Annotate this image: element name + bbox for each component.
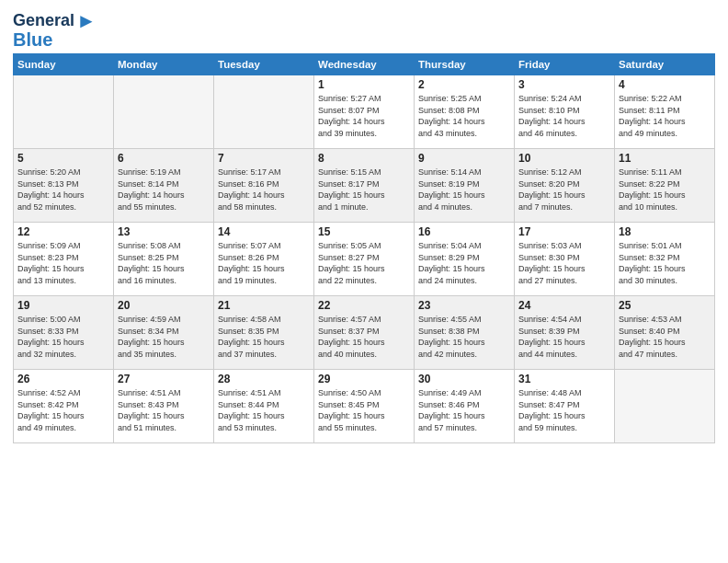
calendar-day-cell: 15Sunrise: 5:05 AMSunset: 8:27 PMDayligh… xyxy=(314,223,415,296)
day-info: Sunrise: 4:59 AMSunset: 8:34 PMDaylight:… xyxy=(118,314,210,360)
day-number: 12 xyxy=(17,225,109,238)
day-number: 6 xyxy=(118,152,210,165)
day-info: Sunrise: 5:17 AMSunset: 8:16 PMDaylight:… xyxy=(218,167,310,213)
calendar-day-cell: 28Sunrise: 4:51 AMSunset: 8:44 PMDayligh… xyxy=(214,370,314,443)
day-number: 17 xyxy=(518,225,610,238)
day-number: 29 xyxy=(318,373,410,385)
day-info: Sunrise: 5:04 AMSunset: 8:29 PMDaylight:… xyxy=(418,240,510,286)
day-number: 16 xyxy=(418,225,510,238)
day-number: 26 xyxy=(17,373,109,385)
day-info: Sunrise: 4:58 AMSunset: 8:35 PMDaylight:… xyxy=(218,314,310,360)
calendar-day-cell: 26Sunrise: 4:52 AMSunset: 8:42 PMDayligh… xyxy=(14,370,114,443)
calendar-day-cell: 23Sunrise: 4:55 AMSunset: 8:38 PMDayligh… xyxy=(415,296,515,370)
day-number: 30 xyxy=(418,373,510,385)
calendar-day-cell: 6Sunrise: 5:19 AMSunset: 8:14 PMDaylight… xyxy=(114,149,214,223)
calendar-day-cell: 3Sunrise: 5:24 AMSunset: 8:10 PMDaylight… xyxy=(515,75,615,149)
calendar-day-cell: 22Sunrise: 4:57 AMSunset: 8:37 PMDayligh… xyxy=(314,296,415,370)
day-info: Sunrise: 5:09 AMSunset: 8:23 PMDaylight:… xyxy=(17,240,109,286)
calendar-day-cell: 1Sunrise: 5:27 AMSunset: 8:07 PMDaylight… xyxy=(314,75,415,149)
day-number: 11 xyxy=(619,152,711,165)
calendar-table: SundayMondayTuesdayWednesdayThursdayFrid… xyxy=(13,53,715,443)
calendar-day-cell: 25Sunrise: 4:53 AMSunset: 8:40 PMDayligh… xyxy=(615,296,715,370)
calendar-day-cell: 27Sunrise: 4:51 AMSunset: 8:43 PMDayligh… xyxy=(114,370,214,443)
calendar-day-cell: 14Sunrise: 5:07 AMSunset: 8:26 PMDayligh… xyxy=(214,223,314,296)
day-info: Sunrise: 5:12 AMSunset: 8:20 PMDaylight:… xyxy=(518,167,610,213)
calendar-day-cell: 2Sunrise: 5:25 AMSunset: 8:08 PMDaylight… xyxy=(415,75,515,149)
day-number: 8 xyxy=(318,152,410,165)
day-of-week-header: Wednesday xyxy=(314,54,415,75)
day-info: Sunrise: 5:24 AMSunset: 8:10 PMDaylight:… xyxy=(518,93,610,139)
day-info: Sunrise: 5:03 AMSunset: 8:30 PMDaylight:… xyxy=(518,240,610,286)
logo: General ► Blue xyxy=(13,9,97,50)
calendar-week-row: 26Sunrise: 4:52 AMSunset: 8:42 PMDayligh… xyxy=(14,370,715,443)
day-info: Sunrise: 5:15 AMSunset: 8:17 PMDaylight:… xyxy=(318,167,410,213)
day-number: 19 xyxy=(17,299,109,312)
day-number: 31 xyxy=(518,373,610,385)
calendar-day-cell: 8Sunrise: 5:15 AMSunset: 8:17 PMDaylight… xyxy=(314,149,415,223)
day-info: Sunrise: 4:54 AMSunset: 8:39 PMDaylight:… xyxy=(518,314,610,360)
day-number: 25 xyxy=(619,299,711,312)
day-number: 21 xyxy=(218,299,310,312)
day-info: Sunrise: 4:55 AMSunset: 8:38 PMDaylight:… xyxy=(418,314,510,360)
day-number: 10 xyxy=(518,152,610,165)
calendar-day-cell: 16Sunrise: 5:04 AMSunset: 8:29 PMDayligh… xyxy=(415,223,515,296)
day-number: 20 xyxy=(118,299,210,312)
day-info: Sunrise: 5:19 AMSunset: 8:14 PMDaylight:… xyxy=(118,167,210,213)
calendar-day-cell: 29Sunrise: 4:50 AMSunset: 8:45 PMDayligh… xyxy=(314,370,415,443)
calendar-day-cell xyxy=(214,75,314,149)
day-info: Sunrise: 5:27 AMSunset: 8:07 PMDaylight:… xyxy=(318,93,410,139)
day-number: 18 xyxy=(619,225,711,238)
day-info: Sunrise: 4:51 AMSunset: 8:43 PMDaylight:… xyxy=(118,387,210,433)
day-info: Sunrise: 5:00 AMSunset: 8:33 PMDaylight:… xyxy=(17,314,109,360)
calendar-day-cell: 21Sunrise: 4:58 AMSunset: 8:35 PMDayligh… xyxy=(214,296,314,370)
day-info: Sunrise: 5:14 AMSunset: 8:19 PMDaylight:… xyxy=(418,167,510,213)
calendar-day-cell xyxy=(114,75,214,149)
day-info: Sunrise: 5:11 AMSunset: 8:22 PMDaylight:… xyxy=(619,167,711,213)
day-info: Sunrise: 4:51 AMSunset: 8:44 PMDaylight:… xyxy=(218,387,310,433)
calendar-day-cell: 24Sunrise: 4:54 AMSunset: 8:39 PMDayligh… xyxy=(515,296,615,370)
day-number: 7 xyxy=(218,152,310,165)
day-info: Sunrise: 5:07 AMSunset: 8:26 PMDaylight:… xyxy=(218,240,310,286)
day-info: Sunrise: 4:48 AMSunset: 8:47 PMDaylight:… xyxy=(518,387,610,433)
calendar-day-cell: 9Sunrise: 5:14 AMSunset: 8:19 PMDaylight… xyxy=(415,149,515,223)
calendar-day-cell: 4Sunrise: 5:22 AMSunset: 8:11 PMDaylight… xyxy=(615,75,715,149)
day-info: Sunrise: 5:01 AMSunset: 8:32 PMDaylight:… xyxy=(619,240,711,286)
day-number: 4 xyxy=(619,78,711,91)
page-container: General ► Blue SundayMondayTuesdayWednes… xyxy=(0,0,728,449)
day-of-week-header: Saturday xyxy=(615,54,715,75)
day-number: 23 xyxy=(418,299,510,312)
day-info: Sunrise: 4:49 AMSunset: 8:46 PMDaylight:… xyxy=(418,387,510,433)
day-number: 2 xyxy=(418,78,510,91)
day-number: 22 xyxy=(318,299,410,312)
day-number: 24 xyxy=(518,299,610,312)
day-number: 5 xyxy=(17,152,109,165)
calendar-day-cell: 19Sunrise: 5:00 AMSunset: 8:33 PMDayligh… xyxy=(14,296,114,370)
day-of-week-header: Monday xyxy=(114,54,214,75)
day-of-week-header: Sunday xyxy=(14,54,114,75)
calendar-day-cell: 17Sunrise: 5:03 AMSunset: 8:30 PMDayligh… xyxy=(515,223,615,296)
day-info: Sunrise: 4:53 AMSunset: 8:40 PMDaylight:… xyxy=(619,314,711,360)
calendar-day-cell: 31Sunrise: 4:48 AMSunset: 8:47 PMDayligh… xyxy=(515,370,615,443)
day-number: 27 xyxy=(118,373,210,385)
day-info: Sunrise: 5:22 AMSunset: 8:11 PMDaylight:… xyxy=(619,93,711,139)
day-info: Sunrise: 5:25 AMSunset: 8:08 PMDaylight:… xyxy=(418,93,510,139)
day-number: 13 xyxy=(118,225,210,238)
logo-text-general: General xyxy=(13,12,74,30)
logo-text-blue: Blue xyxy=(13,29,52,50)
day-number: 15 xyxy=(318,225,410,238)
calendar-day-cell: 30Sunrise: 4:49 AMSunset: 8:46 PMDayligh… xyxy=(415,370,515,443)
day-of-week-header: Thursday xyxy=(415,54,515,75)
calendar-day-cell: 5Sunrise: 5:20 AMSunset: 8:13 PMDaylight… xyxy=(14,149,114,223)
day-number: 1 xyxy=(318,78,410,91)
day-number: 28 xyxy=(218,373,310,385)
calendar-week-row: 1Sunrise: 5:27 AMSunset: 8:07 PMDaylight… xyxy=(14,75,715,149)
day-info: Sunrise: 4:57 AMSunset: 8:37 PMDaylight:… xyxy=(318,314,410,360)
calendar-week-row: 19Sunrise: 5:00 AMSunset: 8:33 PMDayligh… xyxy=(14,296,715,370)
day-info: Sunrise: 4:50 AMSunset: 8:45 PMDaylight:… xyxy=(318,387,410,433)
calendar-day-cell: 18Sunrise: 5:01 AMSunset: 8:32 PMDayligh… xyxy=(615,223,715,296)
day-info: Sunrise: 4:52 AMSunset: 8:42 PMDaylight:… xyxy=(17,387,109,433)
calendar-day-cell: 11Sunrise: 5:11 AMSunset: 8:22 PMDayligh… xyxy=(615,149,715,223)
calendar-day-cell xyxy=(14,75,114,149)
calendar-day-cell: 20Sunrise: 4:59 AMSunset: 8:34 PMDayligh… xyxy=(114,296,214,370)
header: General ► Blue xyxy=(13,9,715,50)
